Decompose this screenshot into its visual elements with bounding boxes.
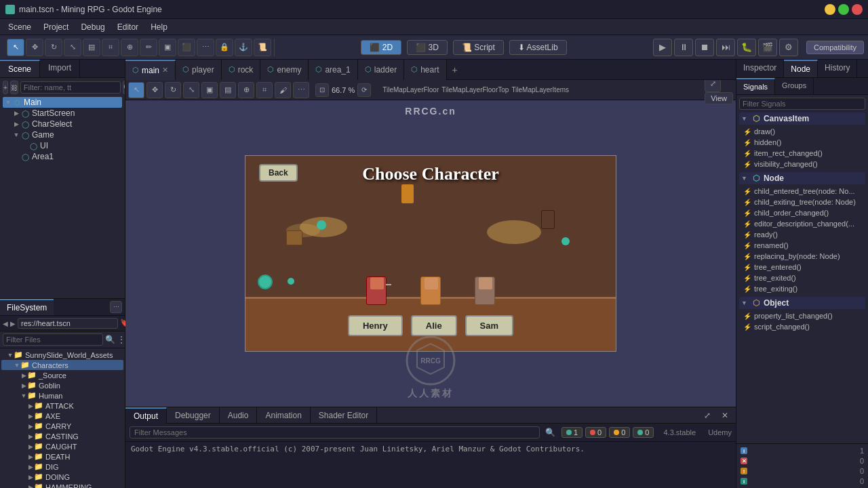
- back-button[interactable]: Back: [259, 164, 298, 182]
- tree-item-startscreen[interactable]: ▶ ◯ StartScreen 👁 🔒: [3, 108, 122, 119]
- section-header-node[interactable]: ▼ ⬡ Node: [739, 172, 865, 184]
- tool-move[interactable]: ✥: [26, 39, 43, 56]
- bottom-tab-output[interactable]: Output: [125, 407, 167, 424]
- signal-editor-desc[interactable]: ⚡ editor_description_changed(...: [739, 218, 865, 229]
- vp-tool-rotate[interactable]: ↻: [165, 82, 181, 98]
- console-filter-input[interactable]: [130, 426, 540, 439]
- tree-eye-area1[interactable]: 👁: [102, 152, 111, 161]
- file-tab-main[interactable]: ⬡ main ✕: [125, 60, 176, 80]
- tab-history[interactable]: History: [818, 60, 857, 77]
- maximize-button[interactable]: [838, 4, 849, 15]
- fs-item-source[interactable]: ▶ 📁 _Source: [1, 370, 123, 380]
- fs-item-human[interactable]: ▼ 📁 Human: [1, 390, 123, 401]
- signal-tree-entered[interactable]: ⚡ tree_entered(): [739, 262, 865, 272]
- tool-pivot[interactable]: ⊕: [121, 39, 138, 56]
- bottom-tab-audio[interactable]: Audio: [220, 407, 258, 424]
- settings-button[interactable]: ⚙: [779, 39, 798, 56]
- fs-tab-filesystem[interactable]: FileSystem: [0, 299, 54, 315]
- fs-item-casting[interactable]: ▶ 📁 CASTING: [1, 431, 123, 441]
- signal-child-entered[interactable]: ⚡ child_entered_tree(node: No...: [739, 186, 865, 197]
- inspector-filter-input[interactable]: [739, 98, 865, 110]
- fs-item-doing[interactable]: ▶ 📁 DOING: [1, 472, 123, 482]
- fs-filter-search-icon[interactable]: 🔍: [105, 333, 115, 346]
- tree-item-game[interactable]: ▼ ◯ Game 👁 🔒: [3, 129, 122, 140]
- fs-filter-input[interactable]: [3, 333, 103, 346]
- scene-search-input[interactable]: [20, 81, 121, 94]
- signal-property-list[interactable]: ⚡ property_list_changed(): [739, 310, 865, 321]
- play-button[interactable]: ▶: [653, 39, 672, 56]
- fs-item-dig[interactable]: ▶ 📁 DIG: [1, 462, 123, 472]
- fs-option-btn[interactable]: ⋯: [110, 301, 122, 313]
- vp-tool-more[interactable]: ⋯: [293, 82, 309, 98]
- minimize-button[interactable]: [825, 4, 835, 15]
- tool-snap[interactable]: ⌗: [102, 39, 119, 56]
- file-tab-area1[interactable]: ⬡ area_1: [309, 60, 357, 80]
- vp-tool-paint[interactable]: 🖌: [275, 82, 291, 98]
- tree-item-charselect[interactable]: ▶ ◯ CharSelect 👁 🔒: [3, 119, 122, 129]
- tool-pan[interactable]: ⬛: [178, 39, 195, 56]
- signal-hidden[interactable]: ⚡ hidden(): [739, 137, 865, 148]
- signal-draw[interactable]: ⚡ draw(): [739, 126, 865, 137]
- step-button[interactable]: ⏭: [716, 39, 735, 56]
- tool-group[interactable]: ▤: [83, 39, 100, 56]
- tree-item-area1[interactable]: ◯ Area1 👁 🔒: [3, 151, 122, 162]
- tab-scene[interactable]: Scene: [0, 60, 40, 77]
- bottom-tab-shader[interactable]: Shader Editor: [311, 407, 377, 424]
- window-controls[interactable]: [825, 4, 863, 15]
- menu-help[interactable]: Help: [145, 21, 173, 33]
- vp-zoom-fit[interactable]: ⊡: [315, 83, 329, 97]
- tree-eye-main[interactable]: 🔒: [113, 98, 122, 107]
- tree-lock-charselect[interactable]: 🔒: [113, 119, 122, 129]
- signal-ready[interactable]: ⚡ ready(): [739, 229, 865, 240]
- vp-reset-btn[interactable]: ⟳: [357, 83, 371, 97]
- fs-item-death[interactable]: ▶ 📁 DEATH: [1, 451, 123, 462]
- fs-path-input[interactable]: [18, 318, 118, 329]
- signal-item-rect[interactable]: ⚡ item_rect_changed(): [739, 148, 865, 159]
- char-btn-sam[interactable]: Sam: [465, 315, 513, 336]
- tree-item-main[interactable]: ▼ ⬡ Main 👁 🔒: [3, 97, 122, 108]
- mode-script[interactable]: 📜 Script: [453, 40, 504, 55]
- char-btn-alie[interactable]: Alie: [411, 315, 457, 336]
- debug-button[interactable]: 🐛: [737, 39, 756, 56]
- fs-item-goblin[interactable]: ▶ 📁 Goblin: [1, 380, 123, 390]
- add-node-button[interactable]: +: [3, 81, 8, 94]
- tree-eye-ui[interactable]: 👁: [102, 141, 111, 150]
- console-search-icon[interactable]: 🔍: [544, 426, 557, 439]
- bottom-tab-debugger[interactable]: Debugger: [167, 407, 220, 424]
- fs-item-attack[interactable]: ▶ 📁 ATTACK: [1, 401, 123, 411]
- bottom-close-icon[interactable]: ✕: [718, 409, 732, 422]
- signal-tree-exiting[interactable]: ⚡ tree_exiting(): [739, 283, 865, 294]
- vp-tool-select2[interactable]: ▣: [201, 82, 218, 98]
- tree-eye-game[interactable]: 👁: [102, 130, 111, 140]
- add-instance-button[interactable]: ⛓: [10, 81, 18, 94]
- mode-2d[interactable]: ⬛ 2D: [361, 40, 401, 55]
- stop-button[interactable]: ⏹: [695, 39, 714, 56]
- tool-select[interactable]: ↖: [7, 39, 24, 56]
- mode-3d[interactable]: ⬛ 3D: [407, 40, 448, 55]
- tool-script[interactable]: 📜: [254, 39, 271, 56]
- subtab-groups[interactable]: Groups: [775, 78, 814, 94]
- fs-forward-btn[interactable]: ▶: [10, 318, 16, 329]
- vp-tool-select[interactable]: ↖: [128, 82, 144, 98]
- tool-lock[interactable]: 🔒: [216, 39, 233, 56]
- fs-item-caught[interactable]: ▶ 📁 CAUGHT: [1, 441, 123, 451]
- tab-import[interactable]: Import: [40, 60, 80, 77]
- pause-button[interactable]: ⏸: [674, 39, 693, 56]
- signal-renamed[interactable]: ⚡ renamed(): [739, 240, 865, 251]
- movie-button[interactable]: 🎬: [758, 39, 777, 56]
- close-button[interactable]: [852, 4, 863, 15]
- tool-scale[interactable]: ⤡: [64, 39, 81, 56]
- tree-lock-main[interactable]: 👁: [102, 98, 111, 107]
- tool-rotate[interactable]: ↻: [45, 39, 62, 56]
- tab-add-button[interactable]: +: [447, 64, 463, 75]
- menu-editor[interactable]: Editor: [112, 21, 144, 33]
- vp-tool-snap[interactable]: ⌗: [256, 82, 273, 98]
- tab-inspector[interactable]: Inspector: [736, 60, 784, 77]
- tool-anchor[interactable]: ⚓: [235, 39, 252, 56]
- vp-tool-move[interactable]: ✥: [146, 82, 163, 98]
- vp-view-button[interactable]: View: [705, 92, 733, 104]
- tab-close-main[interactable]: ✕: [162, 66, 168, 75]
- compat-button[interactable]: Compatibility: [806, 41, 864, 54]
- signal-tree-exited[interactable]: ⚡ tree_exited(): [739, 272, 865, 283]
- scene-search-btn[interactable]: 🔍: [123, 81, 125, 94]
